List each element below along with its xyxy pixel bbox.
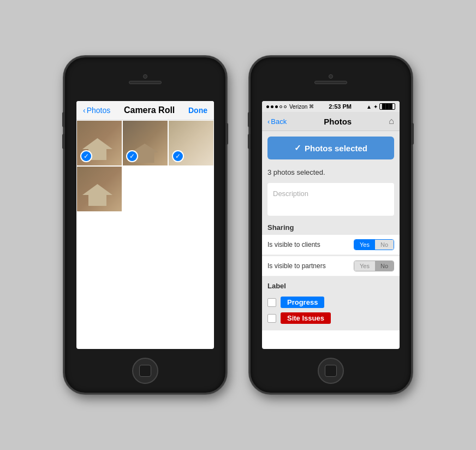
clients-toggle[interactable]: Yes No [354,239,394,250]
done-button[interactable]: Done [188,106,207,115]
label-items: Progress Site Issues [262,292,400,330]
power-button-2[interactable] [411,123,414,145]
site-badge: Site Issues [281,312,331,324]
photo-check-2: ✓ [126,150,138,162]
label-item-site[interactable]: Site Issues [267,312,394,324]
chevron-left-icon-2: ‹ [267,117,270,126]
phone-1-screen: ‹ Photos Camera Roll Done ✓ ✓ ✓ [76,101,214,349]
photo-check-1: ✓ [80,150,92,162]
partners-toggle[interactable]: Yes No [354,260,394,271]
wifi-icon: ⌘ [309,104,314,109]
vol-up-button-2[interactable] [248,112,251,127]
home-icon[interactable]: ⌂ [389,116,394,126]
photo-check-3: ✓ [172,150,184,162]
signal-dot-2 [271,105,273,108]
camera-roll-title: Camera Roll [124,105,175,115]
sharing-header: Sharing [262,219,400,234]
signal-dot-5 [284,105,287,108]
vol-down-button[interactable] [62,134,65,149]
vol-down-button-2[interactable] [248,134,251,149]
carrier-label: Verizon [289,104,307,110]
photo-cell-1[interactable]: ✓ [76,120,122,166]
back-button[interactable]: ‹ Photos [83,106,110,115]
home-button[interactable] [132,358,158,384]
home-button-inner-2 [325,365,337,377]
partners-yes: Yes [354,261,375,271]
front-camera-2 [329,74,333,79]
signal-dot-4 [279,105,282,108]
partners-toggle-row: Is visible to partners Yes No [262,256,400,276]
phone-top [65,57,225,101]
clients-no: No [375,240,394,250]
phone-top-2 [251,57,411,101]
front-camera [143,74,147,79]
description-placeholder: Description [273,190,308,198]
clients-toggle-row: Is visible to clients Yes No [262,235,400,255]
photos-selected-button[interactable]: ✓ Photos selected [267,137,394,159]
vol-up-button[interactable] [62,112,65,127]
clients-label: Is visible to clients [267,241,320,248]
status-bar: Verizon ⌘ 2:53 PM ▲ ✦ ███ [262,101,400,112]
location-icon: ▲ [366,104,372,110]
phone-1: ‹ Photos Camera Roll Done ✓ ✓ ✓ [63,56,227,394]
status-time: 2:53 PM [329,103,352,110]
progress-badge: Progress [281,297,324,308]
speaker-2 [314,81,347,84]
back-button-2[interactable]: ‹ Back [267,117,287,126]
photo-cell-2[interactable]: ✓ [122,120,168,166]
photo-cell-4[interactable] [76,166,122,212]
content-area: ✓ Photos selected 3 photos selected. Des… [262,131,400,330]
chevron-left-icon: ‹ [83,106,86,115]
photos-count-label: 3 photos selected. [262,165,400,180]
phone-2-bottom [251,349,411,393]
description-field[interactable]: Description [267,183,394,216]
camera-roll-navbar: ‹ Photos Camera Roll Done [76,101,214,120]
signal-dot-1 [266,105,269,108]
label-item-progress[interactable]: Progress [267,297,394,308]
home-button-inner [139,365,151,377]
photos-title: Photos [324,117,352,126]
photo-cell-3[interactable]: ✓ [168,120,214,166]
speaker [129,81,162,84]
site-checkbox[interactable] [267,314,276,323]
signal-area: Verizon ⌘ [266,104,314,110]
back-label-2: Back [271,117,287,126]
photos-navbar: ‹ Back Photos ⌂ [262,112,400,131]
power-button[interactable] [225,123,228,145]
photo-image-4 [77,167,122,211]
checkmark-icon: ✓ [294,143,301,153]
progress-checkbox[interactable] [267,298,276,307]
partners-no: No [375,261,394,271]
battery-area: ▲ ✦ ███ [366,103,395,110]
signal-dot-3 [275,105,278,108]
partners-label: Is visible to partners [267,262,326,270]
phone-1-bottom [65,349,225,393]
phone-2: Verizon ⌘ 2:53 PM ▲ ✦ ███ ‹ Back Photos … [249,56,413,394]
photos-selected-label: Photos selected [305,144,367,153]
bluetooth-icon: ✦ [373,104,378,110]
clients-yes: Yes [354,240,375,250]
phone-2-screen: Verizon ⌘ 2:53 PM ▲ ✦ ███ ‹ Back Photos … [262,101,400,349]
back-label: Photos [87,106,111,115]
home-button-2[interactable] [318,358,344,384]
photo-grid: ✓ ✓ ✓ [76,120,214,212]
label-header: Label [262,277,400,292]
battery-icon: ███ [379,103,395,110]
